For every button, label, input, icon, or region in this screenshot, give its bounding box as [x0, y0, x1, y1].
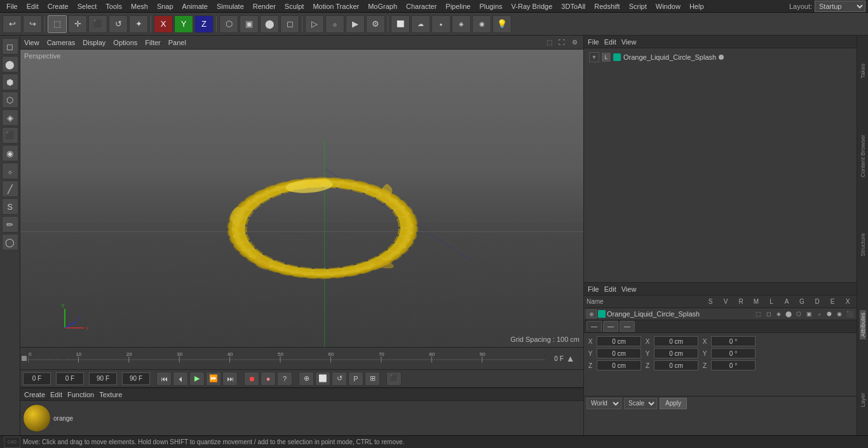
play-button[interactable]: ▶ — [189, 372, 205, 386]
menu-edit[interactable]: Edit — [23, 1, 43, 11]
menu-tools[interactable]: Tools — [102, 1, 126, 11]
sidebar-tool-4[interactable]: ⬡ — [2, 92, 18, 108]
viewport-menu-filter[interactable]: Filter — [145, 39, 160, 46]
obj-bottom-menu-edit[interactable]: Edit — [604, 285, 616, 293]
menu-script[interactable]: Script — [625, 1, 651, 11]
obj-mode-button[interactable]: ◻ — [280, 15, 299, 33]
obj-menu-edit[interactable]: Edit — [604, 38, 616, 46]
viewport-menu-options[interactable]: Options — [113, 39, 137, 46]
material-menu-edit[interactable]: Edit — [50, 391, 62, 398]
pos-x3-input[interactable] — [711, 336, 756, 346]
menu-mograph[interactable]: MoGraph — [364, 1, 401, 11]
floor-btn[interactable]: ⬜ — [391, 15, 410, 33]
del-keyframe-btn[interactable]: ↺ — [332, 372, 347, 386]
render-settings-btn[interactable]: ⚙ — [366, 15, 385, 33]
axis-z-button[interactable]: Z — [194, 15, 214, 33]
obj-row-icon-10[interactable]: ⬛ — [845, 309, 854, 318]
menu-window[interactable]: Window — [652, 1, 684, 11]
menu-help[interactable]: Help — [686, 1, 708, 11]
timeline-area[interactable]: 0 10 20 30 40 50 60 70 80 — [20, 347, 583, 370]
light-btn[interactable]: 💡 — [492, 15, 512, 33]
menu-simulate[interactable]: Simulate — [213, 1, 248, 11]
menu-create[interactable]: Create — [44, 1, 72, 11]
obj-bottom-menu-view[interactable]: View — [621, 285, 637, 293]
point-mode-button[interactable]: ⬤ — [260, 15, 279, 33]
render-btn[interactable]: ▷ — [305, 15, 324, 33]
axis-x-button[interactable]: X — [154, 15, 173, 33]
background-btn[interactable]: ◈ — [452, 15, 471, 33]
menu-mesh[interactable]: Mesh — [127, 1, 152, 11]
sidebar-tool-9[interactable]: ╱ — [2, 180, 18, 197]
foreground-btn[interactable]: ⬥ — [431, 15, 451, 33]
sidebar-tool-11[interactable]: ✏ — [2, 216, 18, 233]
min-frame-input[interactable] — [56, 372, 84, 385]
obj-row-icon-8[interactable]: ⬢ — [825, 309, 834, 318]
record-button[interactable]: ⏺ — [244, 372, 259, 386]
pos-z3-input[interactable] — [711, 360, 756, 370]
viewport-menu-display[interactable]: Display — [83, 39, 105, 46]
menu-vray[interactable]: V-Ray Bridge — [508, 1, 557, 11]
stop-button[interactable]: ⏩ — [206, 372, 221, 386]
auto-key-button[interactable]: ● — [261, 372, 276, 386]
viewport-menu-cameras[interactable]: Cameras — [47, 39, 76, 46]
menu-sculpt[interactable]: Sculpt — [281, 1, 308, 11]
rotate-tool-button[interactable]: ↺ — [109, 15, 128, 33]
layer-label[interactable]: Layer — [860, 390, 866, 410]
render-region-btn[interactable]: ⬦ — [325, 15, 344, 33]
menu-plugins[interactable]: Plugins — [475, 1, 506, 11]
obj-row-icon-6[interactable]: ▣ — [804, 309, 813, 318]
pos-y2-input[interactable] — [654, 348, 698, 358]
sidebar-tool-6[interactable]: ⬛ — [2, 127, 18, 144]
structure-label[interactable]: Structure — [860, 231, 866, 259]
sidebar-tool-5[interactable]: ◈ — [2, 109, 18, 126]
pos-z2-input[interactable] — [654, 360, 698, 370]
pos-x-input[interactable] — [597, 336, 641, 346]
viewport-canvas[interactable]: Perspective — [20, 50, 583, 347]
pos-z-input[interactable] — [597, 360, 641, 370]
props-tab-1[interactable]: — — [587, 321, 602, 332]
content-browser-label[interactable]: Content Browser — [860, 132, 866, 180]
obj-menu-view[interactable]: View — [621, 38, 637, 46]
move-tool-button[interactable]: ✛ — [68, 15, 87, 33]
takes-label[interactable]: Takes — [860, 61, 866, 81]
material-menu-texture[interactable]: Texture — [99, 391, 122, 398]
menu-pipeline[interactable]: Pipeline — [442, 1, 474, 11]
max-frame-input[interactable] — [89, 372, 117, 385]
render-to-pic-btn[interactable]: ▶ — [346, 15, 365, 33]
timeline-ruler[interactable]: 0 10 20 30 40 50 60 70 80 — [28, 348, 545, 369]
viewport-icon-maximize[interactable]: ⬚ — [544, 37, 554, 48]
sidebar-tool-2[interactable]: ⬤ — [2, 56, 18, 72]
axis-y-button[interactable]: Y — [174, 15, 193, 33]
end-frame-input[interactable] — [122, 372, 150, 385]
edge-mode-button[interactable]: ▣ — [240, 15, 259, 33]
move-keyframe-btn[interactable]: ⊕ — [299, 372, 314, 386]
pos-y-input[interactable] — [597, 348, 641, 358]
polygon-mode-button[interactable]: ⬡ — [219, 15, 238, 33]
obj-menu-file[interactable]: File — [588, 38, 599, 46]
menu-motion-tracker[interactable]: Motion Tracker — [309, 1, 363, 11]
question-button[interactable]: ? — [277, 372, 292, 386]
menu-file[interactable]: File — [3, 1, 22, 11]
play-reverse-button[interactable]: ⏴ — [173, 372, 188, 386]
menu-3dtoall[interactable]: 3DToAll — [557, 1, 589, 11]
menu-select[interactable]: Select — [74, 1, 101, 11]
transform-tool-button[interactable]: ✦ — [129, 15, 148, 33]
viewport-icon-settings[interactable]: ⚙ — [569, 37, 580, 48]
viewport-icon-lock[interactable]: ⛶ — [557, 37, 567, 48]
go-to-end-button[interactable]: ⏭ — [222, 372, 238, 386]
undo-button[interactable]: ↩ — [3, 15, 22, 33]
redo-button[interactable]: ↪ — [23, 15, 42, 33]
viewport-menu-panel[interactable]: Panel — [168, 39, 186, 46]
obj-bottom-menu-file[interactable]: File — [588, 285, 599, 293]
sidebar-tool-10[interactable]: S — [2, 198, 18, 215]
sky-btn[interactable]: ☁ — [411, 15, 430, 33]
obj-row-icon-3[interactable]: ◈ — [774, 309, 783, 318]
record-mode-btn[interactable]: ⬛ — [386, 372, 402, 386]
obj-row-icon-4[interactable]: ⬤ — [784, 309, 793, 318]
attributes-label[interactable]: Attributes — [860, 310, 866, 339]
sidebar-tool-3[interactable]: ⬢ — [2, 74, 18, 90]
props-tab-2[interactable]: — — [603, 321, 618, 332]
menu-redshift[interactable]: Redshift — [590, 1, 623, 11]
viewport-menu-view[interactable]: View — [24, 39, 39, 46]
obj-tree-toggle[interactable]: ▼ — [589, 52, 599, 62]
